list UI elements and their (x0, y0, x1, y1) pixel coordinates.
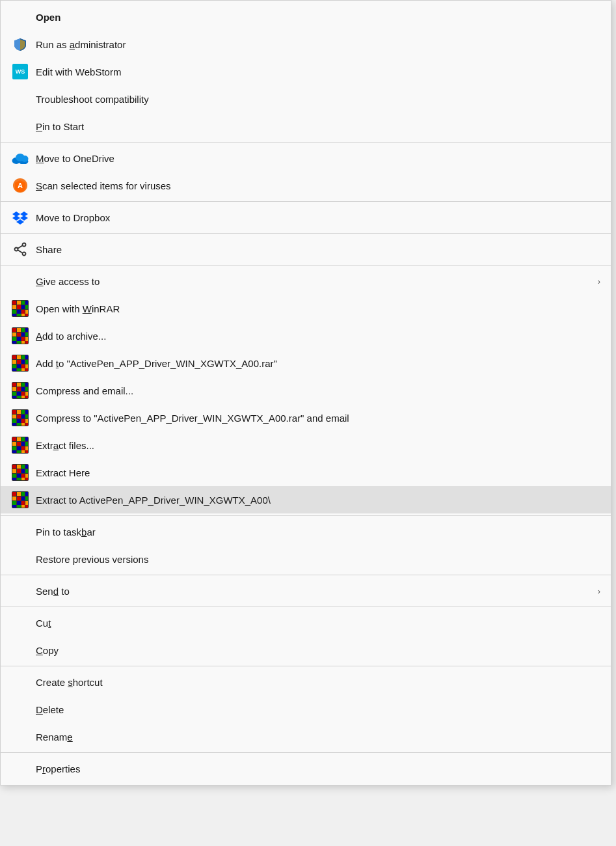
svg-line-14 (18, 245, 22, 248)
svg-rect-103 (17, 437, 21, 441)
menu-item-extract-files[interactable]: Extract files... (1, 431, 611, 459)
menu-item-properties[interactable]: Properties (1, 755, 611, 782)
svg-rect-18 (17, 301, 21, 305)
svg-rect-102 (12, 437, 16, 441)
menu-item-troubleshoot[interactable]: Troubleshoot compatibility (1, 85, 611, 113)
menu-item-cut[interactable]: Cut (1, 609, 611, 636)
svg-rect-120 (17, 465, 21, 469)
onedrive-icon (11, 149, 29, 167)
menu-item-pin-taskbar[interactable]: Pin to taskbar (1, 518, 611, 545)
svg-rect-57 (21, 360, 25, 364)
svg-rect-71 (25, 383, 28, 387)
menu-item-extract-here[interactable]: Extract Here (1, 459, 611, 486)
svg-rect-111 (17, 446, 21, 450)
no-icon-give-access (11, 272, 29, 290)
svg-rect-37 (25, 328, 28, 332)
svg-rect-106 (12, 442, 16, 446)
svg-rect-139 (25, 492, 28, 496)
chevron-right-icon: › (598, 277, 600, 286)
menu-item-compress-rar-email[interactable]: Compress to "ActivePen_APP_Driver_WIN_XG… (1, 404, 611, 431)
svg-rect-129 (21, 474, 25, 478)
svg-rect-132 (17, 478, 21, 480)
svg-rect-140 (12, 497, 16, 500)
menu-item-scan-viruses[interactable]: A Scan selected items for viruses (1, 172, 611, 199)
menu-item-open-winrar[interactable]: Open with WinRAR (1, 295, 611, 322)
svg-rect-49 (25, 341, 28, 344)
svg-rect-86 (17, 410, 21, 414)
svg-rect-46 (12, 341, 16, 344)
svg-rect-51 (12, 355, 16, 359)
svg-rect-123 (12, 469, 16, 473)
svg-rect-47 (17, 341, 21, 344)
svg-rect-125 (21, 469, 25, 473)
svg-rect-59 (12, 364, 16, 368)
menu-item-onedrive[interactable]: Move to OneDrive (1, 144, 611, 172)
svg-rect-53 (21, 355, 25, 359)
svg-point-13 (15, 248, 18, 251)
winrar-icon-extract-files (11, 436, 29, 454)
svg-rect-92 (25, 415, 28, 418)
svg-rect-95 (21, 419, 25, 423)
svg-rect-28 (25, 310, 28, 314)
svg-rect-56 (17, 360, 21, 364)
menu-item-run-as-admin[interactable]: Run as administrator (1, 31, 611, 58)
svg-rect-54 (25, 355, 28, 359)
no-icon-rename (11, 728, 29, 746)
svg-rect-30 (17, 314, 21, 316)
menu-item-restore-versions[interactable]: Restore previous versions (1, 545, 611, 573)
svg-rect-115 (17, 450, 21, 453)
svg-rect-126 (25, 469, 28, 473)
menu-label-compress-email: Compress and email... (36, 385, 600, 396)
svg-marker-8 (12, 215, 20, 221)
svg-rect-40 (21, 333, 25, 336)
shield-icon (11, 35, 29, 53)
menu-item-extract-to[interactable]: Extract to ActivePen_APP_Driver_WIN_XGWT… (1, 486, 611, 513)
menu-item-delete[interactable]: Delete (1, 696, 611, 723)
menu-item-rename[interactable]: Rename (1, 723, 611, 750)
menu-label-extract-files: Extract files... (36, 440, 600, 451)
svg-rect-64 (17, 368, 21, 371)
svg-rect-61 (21, 364, 25, 368)
winrar-icon-compress-rar-email (11, 409, 29, 427)
svg-marker-10 (16, 219, 24, 225)
menu-item-open[interactable]: Open (1, 3, 611, 31)
menu-label-extract-here: Extract Here (36, 467, 600, 478)
svg-rect-110 (12, 446, 16, 450)
menu-item-compress-email[interactable]: Compress and email... (1, 377, 611, 404)
menu-item-create-shortcut[interactable]: Create shortcut (1, 668, 611, 696)
separator-1 (1, 142, 611, 143)
svg-rect-107 (17, 442, 21, 446)
svg-rect-99 (21, 423, 25, 426)
svg-rect-90 (17, 415, 21, 418)
svg-marker-9 (20, 215, 28, 221)
svg-rect-88 (25, 410, 28, 414)
separator-3 (1, 233, 611, 234)
svg-rect-42 (12, 337, 16, 341)
menu-item-pin-start[interactable]: Pin to Start (1, 113, 611, 140)
svg-rect-145 (17, 501, 21, 505)
menu-item-give-access[interactable]: Give access to › (1, 267, 611, 295)
menu-item-copy[interactable]: Copy (1, 636, 611, 664)
svg-rect-76 (12, 392, 16, 396)
menu-item-share[interactable]: Share (1, 236, 611, 263)
menu-item-add-to-rar[interactable]: Add to "ActivePen_APP_Driver_WIN_XGWTX_A… (1, 349, 611, 377)
menu-label-share: Share (36, 244, 600, 255)
svg-rect-80 (12, 396, 16, 398)
svg-rect-63 (12, 368, 16, 371)
separator-7 (1, 607, 611, 607)
svg-point-3 (21, 156, 29, 162)
menu-item-send-to[interactable]: Send to › (1, 577, 611, 605)
svg-rect-85 (12, 410, 16, 414)
svg-rect-89 (12, 415, 16, 418)
menu-label-edit-webstorm: Edit with WebStorm (36, 66, 600, 77)
svg-rect-74 (21, 387, 25, 391)
svg-rect-128 (17, 474, 21, 478)
menu-item-add-archive[interactable]: Add to archive... (1, 322, 611, 349)
menu-item-dropbox[interactable]: Move to Dropbox (1, 204, 611, 231)
menu-item-edit-webstorm[interactable]: WS Edit with WebStorm (1, 58, 611, 85)
svg-rect-105 (25, 437, 28, 441)
no-icon-send-to (11, 582, 29, 600)
winrar-icon-add-archive (11, 327, 29, 345)
svg-rect-29 (12, 314, 16, 316)
winrar-icon-extract-here (11, 463, 29, 482)
